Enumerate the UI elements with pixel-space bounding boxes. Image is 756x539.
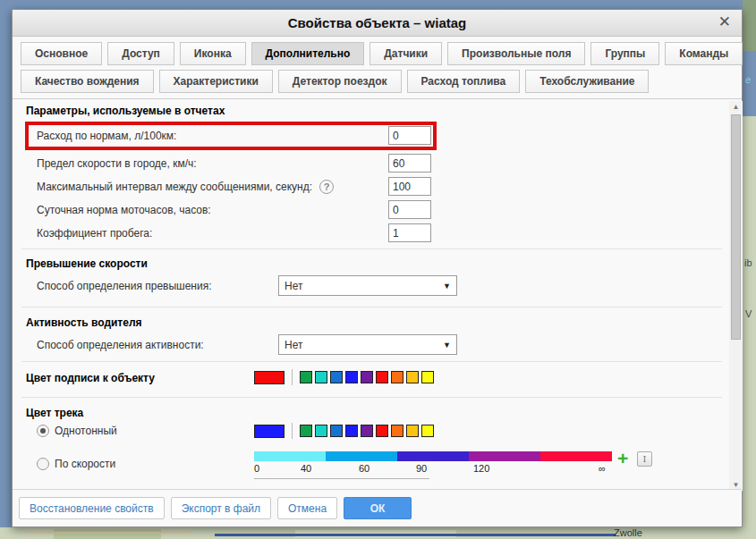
- speed-segment: [326, 451, 397, 461]
- urban-speed-limit-field[interactable]: [388, 154, 431, 173]
- radio-by-speed[interactable]: [37, 458, 49, 470]
- tick-label: 60: [359, 463, 370, 474]
- tab-fuel-consumption[interactable]: Расход топлива: [407, 70, 521, 93]
- track-color-swatches: [254, 423, 434, 439]
- scroll-up-icon[interactable]: ▲: [729, 101, 743, 113]
- section-title-track-color: Цвет трека: [26, 407, 83, 419]
- daily-engine-hours-field[interactable]: [388, 200, 431, 219]
- map-road: [215, 534, 616, 536]
- map-water-patch: e: [743, 51, 756, 116]
- cancel-button[interactable]: Отмена: [277, 497, 337, 519]
- export-to-file-button[interactable]: Экспорт в файл: [171, 497, 271, 519]
- map-road: [25, 532, 191, 534]
- activity-mode-select[interactable]: Нет ▼: [278, 334, 457, 355]
- color-swatch[interactable]: [406, 425, 419, 437]
- color-swatch[interactable]: [376, 371, 388, 383]
- color-swatch[interactable]: [391, 371, 403, 383]
- tab-groups[interactable]: Группы: [590, 42, 659, 65]
- color-swatch[interactable]: [376, 425, 388, 437]
- fuel-rate-field[interactable]: [388, 126, 431, 145]
- field-row: Предел скорости в городе, км/ч:: [37, 154, 727, 173]
- fuel-rate-label: Расход по нормам, л/100км:: [37, 130, 176, 142]
- tab-commands[interactable]: Команды: [665, 42, 743, 65]
- activity-mode-value: Нет: [285, 339, 302, 351]
- tab-icon[interactable]: Иконка: [180, 42, 246, 65]
- restore-properties-button[interactable]: Восстановление свойств: [19, 497, 165, 519]
- field-row: Способ определения превышения: Нет ▼: [37, 275, 727, 297]
- speed-color-scale[interactable]: [254, 451, 612, 461]
- swatch-divider: [292, 369, 293, 385]
- max-message-interval-field[interactable]: [388, 177, 431, 196]
- track-color-selected-swatch[interactable]: [254, 425, 285, 438]
- tick-label: 90: [416, 463, 427, 474]
- tick-label: 120: [473, 463, 489, 474]
- color-swatch[interactable]: [330, 371, 343, 383]
- tab-characteristics[interactable]: Характеристики: [159, 70, 273, 93]
- speed-segment: [469, 451, 540, 461]
- field-row: Способ определения активности: Нет ▼: [37, 334, 727, 356]
- color-swatch[interactable]: [421, 371, 434, 383]
- add-interval-button[interactable]: +: [617, 448, 628, 469]
- dialog-footer: Восстановление свойств Экспорт в файл От…: [13, 489, 742, 526]
- tab-sensors[interactable]: Датчики: [370, 42, 442, 65]
- color-swatch[interactable]: [345, 371, 358, 383]
- chevron-down-icon: ▼: [443, 341, 451, 350]
- activity-mode-label: Способ определения активности:: [37, 339, 204, 351]
- help-icon[interactable]: ?: [319, 180, 334, 194]
- tick-label: 0: [254, 463, 259, 474]
- color-swatch[interactable]: [315, 425, 327, 437]
- tab-trip-detector[interactable]: Детектор поездок: [278, 70, 402, 93]
- color-swatch[interactable]: [315, 371, 327, 383]
- radio-solid-color[interactable]: [37, 425, 49, 437]
- scrollbar-thumb[interactable]: [731, 114, 741, 340]
- color-swatch[interactable]: [300, 425, 312, 437]
- content-scrollbar: ▲ ▼: [729, 101, 743, 491]
- label-color-selected-swatch[interactable]: [254, 371, 285, 384]
- color-swatch[interactable]: [361, 425, 373, 437]
- object-properties-dialog: Свойства объекта – wiatag ✕ Основное Дос…: [12, 9, 743, 527]
- section-title-activity: Активность водителя: [26, 316, 142, 329]
- color-swatch[interactable]: [330, 425, 343, 437]
- max-message-interval-label: Максимальный интервал между сообщениями,…: [37, 181, 312, 193]
- color-swatch[interactable]: [421, 425, 434, 437]
- speed-segment: [254, 451, 326, 461]
- chevron-down-icon: ▼: [443, 282, 451, 291]
- speeding-mode-select[interactable]: Нет ▼: [278, 275, 457, 296]
- tab-maintenance[interactable]: Техобслуживание: [525, 70, 649, 93]
- mileage-coefficient-field[interactable]: [388, 223, 431, 242]
- color-swatch[interactable]: [406, 371, 419, 383]
- color-swatch[interactable]: [361, 371, 373, 383]
- map-land-patch: [743, 0, 756, 51]
- tab-access[interactable]: Доступ: [107, 42, 174, 65]
- tab-row-1: Основное Доступ Иконка Дополнительно Дат…: [21, 42, 734, 65]
- annotation-highlight: Расход по нормам, л/100км:: [25, 122, 437, 150]
- section-divider: [21, 307, 722, 307]
- tab-custom-fields[interactable]: Произвольные поля: [447, 42, 585, 65]
- map-background-right: e ib V: [743, 0, 756, 539]
- tab-bar: Основное Доступ Иконка Дополнительно Дат…: [13, 37, 742, 99]
- swatch-divider: [292, 423, 293, 439]
- tab-advanced[interactable]: Дополнительно: [251, 42, 365, 65]
- speed-scale-track: [254, 478, 429, 479]
- section-divider: [21, 397, 722, 398]
- mileage-coefficient-label: Коэффициент пробега:: [37, 227, 152, 240]
- map-water-label: e: [745, 74, 751, 85]
- color-swatch[interactable]: [300, 371, 312, 383]
- edit-intervals-button[interactable]: I: [637, 451, 652, 467]
- tick-label-infinity: ∞: [599, 463, 606, 474]
- color-swatch[interactable]: [345, 425, 358, 437]
- daily-engine-hours-label: Суточная норма моточасов, часов:: [37, 204, 211, 216]
- section-divider: [21, 248, 722, 249]
- ok-button[interactable]: ОК: [344, 497, 412, 519]
- tab-driving-quality[interactable]: Качество вождения: [21, 70, 154, 93]
- speeding-mode-value: Нет: [285, 280, 302, 292]
- map-background-bottom: Zwolle: [0, 527, 756, 539]
- close-icon[interactable]: ✕: [718, 13, 731, 31]
- urban-speed-limit-label: Предел скорости в городе, км/ч:: [37, 157, 197, 170]
- speed-segment: [540, 451, 612, 461]
- tab-main[interactable]: Основное: [21, 42, 102, 65]
- speeding-mode-label: Способ определения превышения:: [37, 280, 212, 292]
- tick-label: 40: [301, 463, 311, 474]
- screen: e ib V Zwolle Свойства объекта – wiatag …: [0, 0, 756, 539]
- color-swatch[interactable]: [391, 425, 403, 437]
